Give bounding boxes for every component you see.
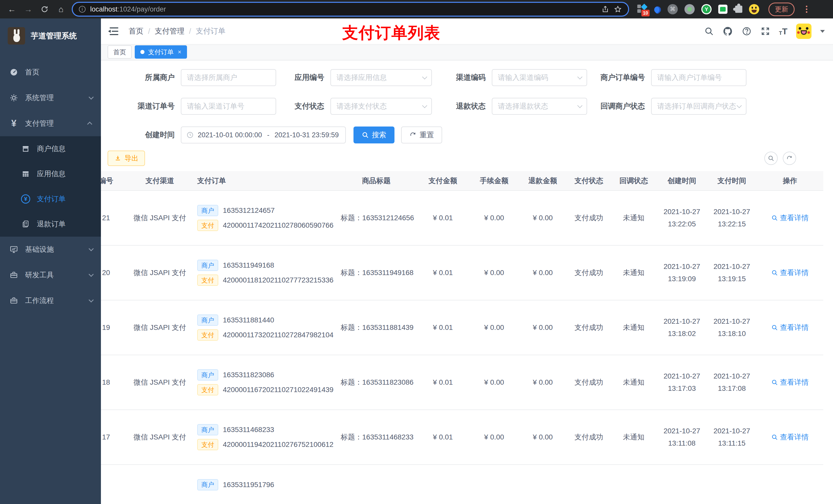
order-table: 编号 支付渠道 支付订单 商品标题 支付金额 手续金额 退款金额 支付状态 回调…	[101, 171, 823, 504]
user-avatar[interactable]	[796, 24, 811, 39]
merchant-tag: 商户	[197, 369, 218, 381]
forward-icon[interactable]: →	[22, 3, 35, 16]
emoji-extension-icon[interactable]	[749, 4, 759, 14]
cell-pay-status: 支付成功	[567, 300, 611, 355]
pay-tag: 支付	[197, 220, 218, 231]
cell-channel: 微信 JSAPI 支付	[132, 191, 188, 245]
site-info-icon[interactable]: i	[79, 6, 86, 13]
sidebar-collapse-icon[interactable]	[108, 27, 118, 35]
cell-action: 查看详情	[757, 355, 823, 410]
sidebar-item-label: 工作流程	[25, 296, 54, 306]
extensions-puzzle-icon[interactable]	[735, 6, 742, 13]
cell-fee: ¥ 0.00	[470, 355, 519, 410]
fullscreen-icon[interactable]	[761, 26, 770, 36]
chat-extension-icon[interactable]	[718, 5, 728, 14]
view-detail-link[interactable]: 查看详情	[771, 268, 809, 278]
pay-tag: 支付	[197, 439, 218, 450]
cell-notify-status: 未通知	[611, 300, 657, 355]
search-button-label: 搜索	[372, 130, 386, 140]
pay-status-select[interactable]: 请选择支付状态	[330, 98, 432, 115]
table-refresh-button[interactable]	[783, 152, 796, 165]
cell-notify-status: 未通知	[611, 191, 657, 245]
pay-order-line: 支付 4200001173202110272847982104	[197, 329, 337, 341]
chevron-down-icon	[89, 297, 94, 303]
reload-icon[interactable]	[38, 3, 51, 16]
channel-code-select[interactable]: 请输入渠道编码	[492, 69, 587, 86]
search-icon[interactable]	[704, 26, 714, 36]
sidebar-item-pay-order[interactable]: ¥ 支付订单	[0, 187, 101, 212]
refund-status-select[interactable]: 请选择退款状态	[492, 98, 587, 115]
sidebar-item-payment[interactable]: ¥ 支付管理	[0, 111, 101, 136]
y-extension-icon[interactable]: Y	[701, 4, 712, 14]
bookmark-star-icon[interactable]	[614, 5, 622, 13]
cell-title: 标题：1635312124656	[337, 191, 416, 245]
view-detail-link[interactable]: 查看详情	[771, 323, 809, 332]
tag-pay-order[interactable]: 支付订单 ×	[135, 45, 187, 58]
tag-home[interactable]: 首页	[108, 45, 132, 58]
font-size-icon[interactable]: TT	[779, 27, 787, 35]
merchant-tag: 商户	[197, 260, 218, 271]
cell-fee: ¥ 0.00	[470, 245, 519, 300]
github-icon[interactable]	[722, 26, 733, 37]
col-pay-status: 支付状态	[567, 171, 611, 191]
view-detail-link[interactable]: 查看详情	[771, 213, 809, 223]
chevron-down-icon	[89, 246, 94, 251]
chrome-update-button[interactable]: 更新	[768, 3, 794, 16]
table-search-toggle-button[interactable]	[764, 152, 778, 165]
channel-order-no-input[interactable]: 请输入渠道订单号	[181, 98, 276, 115]
placeholder-text: 请选择应用信息	[337, 73, 387, 82]
cell-create-time: 2021-10-27 13:19:09	[657, 245, 707, 300]
date-range-input[interactable]: 2021-10-01 00:00:00 - 2021-10-31 23:59:5…	[181, 126, 346, 143]
merchant-input[interactable]: 请选择所属商户	[181, 69, 276, 86]
chevron-down-icon	[422, 74, 427, 79]
breadcrumb-payment[interactable]: 支付管理	[155, 26, 185, 37]
app-select[interactable]: 请选择应用信息	[330, 69, 432, 86]
breadcrumb-separator: /	[148, 27, 150, 35]
cell-fee: ¥ 0.00	[470, 300, 519, 355]
reset-button[interactable]: 重置	[401, 126, 442, 143]
view-detail-link[interactable]: 查看详情	[771, 432, 809, 442]
magnifier-icon	[771, 379, 778, 386]
sidebar-item-app-info[interactable]: 应用信息	[0, 161, 101, 187]
merchant-order-no-input[interactable]: 请输入商户订单编号	[651, 69, 746, 86]
sidebar-item-refund-order[interactable]: 退款订单	[0, 212, 101, 237]
devtools-extension-icon[interactable]: 10	[637, 4, 647, 15]
address-bar[interactable]: i localhost:1024/pay/order	[72, 2, 629, 17]
sidebar-item-workflow[interactable]: 工作流程	[0, 288, 101, 313]
cell-title: 标题：1635311468233	[337, 410, 416, 464]
sidebar-item-dev-tools[interactable]: 研发工具	[0, 262, 101, 288]
tag-close-icon[interactable]: ×	[178, 48, 181, 55]
merchant-order-line: 商户 1635311881440	[197, 314, 337, 326]
browser-menu-icon[interactable]	[806, 6, 807, 13]
recorder-extension-icon[interactable]	[685, 4, 695, 14]
cell-refund: ¥ 0.00	[519, 355, 567, 410]
cell-pay-status: 支付成功	[567, 355, 611, 410]
command-extension-icon[interactable]: ⌘	[668, 4, 678, 14]
sidebar-item-system[interactable]: 系统管理	[0, 85, 101, 111]
col-pay-time: 支付时间	[707, 171, 757, 191]
chevron-down-icon	[89, 272, 94, 277]
sidebar-item-merchant-info[interactable]: 商户信息	[0, 136, 101, 161]
avatar-caret-icon[interactable]	[820, 30, 825, 35]
col-refund: 退款金额	[519, 171, 567, 191]
breadcrumb-home[interactable]: 首页	[128, 26, 143, 37]
sidebar-item-home[interactable]: 首页	[0, 59, 101, 85]
balloon-extension-icon[interactable]	[653, 5, 662, 15]
home-icon[interactable]: ⌂	[54, 3, 68, 16]
app-label: 应用编号	[276, 72, 330, 83]
search-button[interactable]: 搜索	[354, 126, 395, 143]
extensions-row: 10 ⌘ Y 更新	[637, 3, 809, 16]
export-button[interactable]: 导出	[108, 150, 145, 166]
sidebar-item-infrastructure[interactable]: 基础设施	[0, 237, 101, 262]
cell-title: 标题：1635311949168	[337, 245, 416, 300]
notify-status-select[interactable]: 请选择订单回调商户状态	[651, 98, 746, 115]
cell-refund: ¥ 0.00	[519, 191, 567, 245]
share-icon[interactable]	[601, 5, 609, 13]
sidebar-menu: 首页 系统管理 ¥ 支付管理 商户信息	[0, 53, 101, 313]
back-icon[interactable]: ←	[5, 3, 19, 16]
browser-toolbar: ← → ⌂ i localhost:1024/pay/order 10 ⌘ Y …	[0, 0, 833, 19]
table-row: 17 微信 JSAPI 支付 商户 1635311468233 支付 42000…	[101, 410, 823, 464]
help-icon[interactable]	[742, 26, 752, 37]
view-detail-label: 查看详情	[780, 268, 809, 278]
view-detail-link[interactable]: 查看详情	[771, 378, 809, 387]
